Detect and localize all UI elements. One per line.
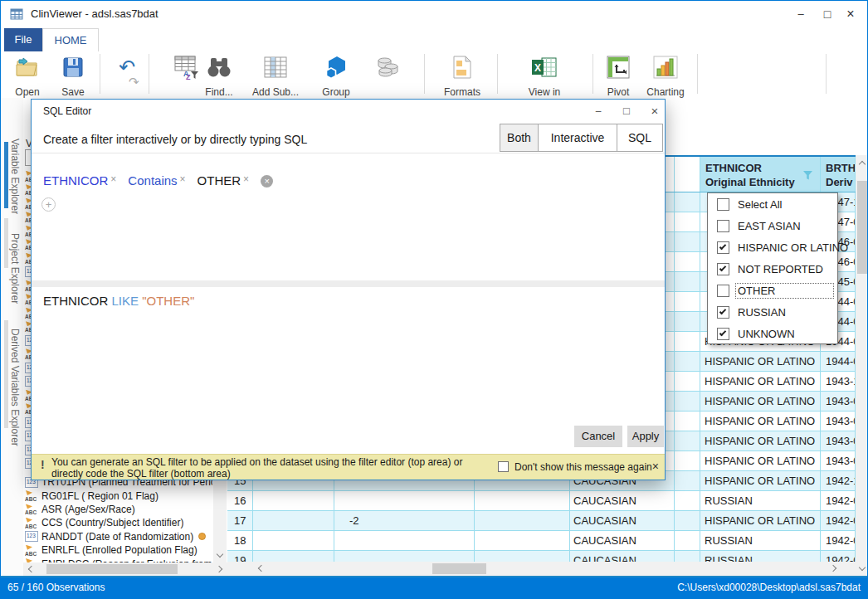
clear-filter-icon[interactable] <box>261 175 273 187</box>
close-icon[interactable] <box>837 4 864 24</box>
tab-home[interactable]: HOME <box>42 28 99 51</box>
cell-ethnicor[interactable]: RUSSIAN <box>700 551 821 562</box>
filter-funnel-icon[interactable] <box>802 169 813 184</box>
find-button[interactable]: Find... <box>198 53 240 98</box>
cell-col5[interactable] <box>675 551 700 562</box>
cell-col5[interactable] <box>675 451 700 471</box>
cell-col2[interactable] <box>334 491 475 511</box>
variable-list-item[interactable]: CCS (Country/Subject Identifier) <box>25 516 212 529</box>
remove-token-icon[interactable]: × <box>110 173 116 185</box>
cell-ethnicor[interactable]: HISPANIC OR LATINO <box>700 372 821 392</box>
filter-operator-token[interactable]: Contains× <box>128 173 185 187</box>
cell-ethnicor[interactable]: RUSSIAN <box>700 531 821 551</box>
cell-col5[interactable] <box>675 372 700 392</box>
cell-brth[interactable]: 1942-1 <box>821 471 856 491</box>
cell-ethnicor[interactable]: HISPANIC OR LATINO <box>700 352 821 372</box>
cell-brth[interactable]: 1943-0 <box>821 392 856 412</box>
cell-col5[interactable] <box>675 252 700 272</box>
cell-col5[interactable] <box>675 431 700 451</box>
filter-field-token[interactable]: ETHNICOR× <box>43 173 116 187</box>
cell-col5[interactable] <box>675 491 700 511</box>
cell-col1[interactable] <box>253 531 334 551</box>
filter-option[interactable]: NOT REPORTED <box>708 258 837 280</box>
filter-option[interactable]: OTHER <box>708 280 837 301</box>
pivot-button[interactable]: Pivot <box>600 53 636 98</box>
filter-value-token[interactable]: OTHER× <box>197 173 250 187</box>
cell-ethnicor[interactable]: HISPANIC OR LATINO <box>700 511 821 531</box>
cell-brth[interactable]: 1942-0 <box>821 491 856 511</box>
cell-col5[interactable] <box>675 192 700 212</box>
dialog-maximize-icon[interactable] <box>617 104 636 119</box>
grid-scroll-down-button[interactable] <box>856 562 868 576</box>
mode-interactive-button[interactable]: Interactive <box>539 124 617 151</box>
cell-col5[interactable] <box>675 232 700 252</box>
mode-both-button[interactable]: Both <box>500 124 539 151</box>
dialog-close-icon[interactable] <box>646 104 664 119</box>
save-button[interactable]: Save <box>52 53 94 98</box>
filter-option[interactable]: RUSSIAN <box>708 301 837 323</box>
sql-text-area[interactable]: ETHNICOR LIKE "OTHER" <box>32 287 665 423</box>
scrollbar-thumb[interactable] <box>857 181 867 274</box>
cell-ethnicor[interactable]: HISPANIC OR LATINO <box>700 412 821 431</box>
filter-option[interactable]: UNKNOWN <box>708 323 837 344</box>
grid-horizontal-scrollbar[interactable] <box>227 562 856 576</box>
dialog-minimize-icon[interactable] <box>589 104 607 119</box>
scroll-right-icon[interactable] <box>830 565 836 572</box>
filter-option[interactable]: HISPANIC OR LATINO <box>708 236 837 258</box>
sidebar-tab-derived-variables-explorer[interactable]: Derived Variables Explorer <box>9 329 21 446</box>
cell-brth[interactable]: 1942-0 <box>821 511 856 531</box>
scrollbar-thumb[interactable] <box>432 563 486 574</box>
cell-col2[interactable]: -2 <box>334 511 475 531</box>
cell-race[interactable]: CAUCASIAN <box>570 491 675 511</box>
cell-brth[interactable]: 1942-0 <box>821 551 856 562</box>
data-button[interactable] <box>366 53 409 81</box>
variable-list-item[interactable]: ENRLFL (Enrolled Population Flag) <box>25 543 212 557</box>
cell-col5[interactable] <box>675 471 700 491</box>
cancel-button[interactable]: Cancel <box>574 426 622 447</box>
grid-vertical-scrollbar[interactable] <box>856 155 868 562</box>
tab-file[interactable]: File <box>4 28 42 51</box>
cell-brth[interactable]: 1943-0 <box>821 412 856 431</box>
cell-col3[interactable] <box>475 491 570 511</box>
scroll-right-icon[interactable] <box>216 566 222 572</box>
cell-ethnicor[interactable]: HISPANIC OR LATINO <box>700 471 821 491</box>
header-ethnicor[interactable]: ETHNICOR Original Ethnicity <box>700 157 821 192</box>
cell-col5[interactable] <box>675 392 700 412</box>
variable-list-item[interactable]: RG01FL ( Region 01 Flag) <box>25 489 212 502</box>
checkbox[interactable] <box>717 285 729 297</box>
variable-list-item[interactable]: RANDDT (Date of Randomization) <box>25 530 212 543</box>
scroll-left-icon[interactable] <box>28 566 35 572</box>
cell-ethnicor[interactable]: HISPANIC OR LATINO <box>700 392 821 412</box>
cell-rownum[interactable]: 18 <box>227 531 253 551</box>
sidebar-tab-project-explorer[interactable]: Project Explorer <box>9 233 21 304</box>
cell-col5[interactable] <box>675 531 700 551</box>
cell-brth[interactable]: 1942-0 <box>821 531 856 551</box>
cell-rownum[interactable]: 19 <box>227 551 253 562</box>
checkbox[interactable] <box>717 220 729 232</box>
cell-col5[interactable] <box>675 412 700 431</box>
cell-ethnicor[interactable]: HISPANIC OR LATINO <box>700 431 821 451</box>
dont-show-again-checkbox[interactable] <box>498 461 509 472</box>
filter-option[interactable]: EAST ASIAN <box>708 215 837 236</box>
cell-ethnicor[interactable]: RUSSIAN <box>700 491 821 511</box>
cell-col3[interactable] <box>475 531 570 551</box>
cell-brth[interactable]: 1943-1 <box>821 372 856 392</box>
variable-list-item[interactable]: ASR (Age/Sex/Race) <box>25 503 212 516</box>
cell-rownum[interactable]: 17 <box>227 511 253 531</box>
cell-col5[interactable] <box>675 212 700 232</box>
scroll-down-icon[interactable] <box>217 551 223 558</box>
scroll-up-icon[interactable] <box>859 161 866 168</box>
checkbox[interactable] <box>717 328 729 340</box>
dialog-splitter[interactable] <box>32 280 665 287</box>
group-button[interactable]: Group <box>313 53 359 98</box>
filter-option[interactable]: Select All <box>708 193 837 215</box>
cell-race[interactable]: CAUCASIAN <box>570 511 675 531</box>
charting-button[interactable]: Charting <box>641 53 690 98</box>
remove-token-icon[interactable]: × <box>180 173 186 185</box>
remove-token-icon[interactable]: × <box>243 173 249 185</box>
scrollbar-thumb[interactable] <box>46 564 178 574</box>
mode-sql-button[interactable]: SQL <box>617 124 662 151</box>
cell-brth[interactable]: 1944-0 <box>821 352 856 372</box>
minimize-icon[interactable] <box>788 4 814 24</box>
cell-col5[interactable] <box>675 312 700 332</box>
